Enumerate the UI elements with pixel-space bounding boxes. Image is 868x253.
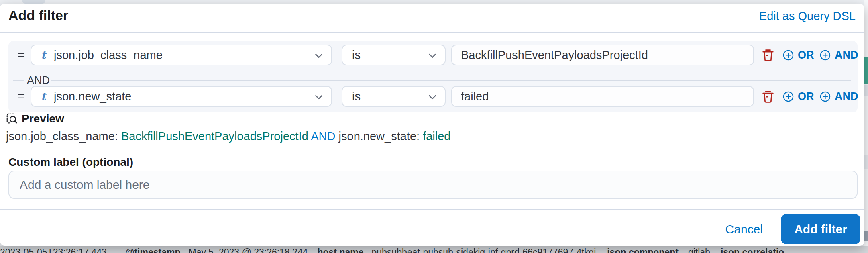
- add-filter-popover: Add filter Edit as Query DSL = t json.jo…: [0, 4, 864, 246]
- background-top-strip: [0, 0, 868, 4]
- field-select-row1[interactable]: t json.job_class_name: [31, 45, 332, 65]
- plus-circle-icon: [782, 49, 794, 61]
- add-or-condition-button[interactable]: OR: [782, 45, 814, 65]
- header-divider: [0, 32, 864, 33]
- popover-title: Add filter: [8, 7, 68, 24]
- add-or-condition-button[interactable]: OR: [782, 86, 814, 107]
- background-tab-fragment: [22, 0, 45, 4]
- edit-as-query-dsl-link[interactable]: Edit as Query DSL: [759, 9, 856, 23]
- field-select-value: json.job_class_name: [54, 49, 163, 62]
- equals-prefix: =: [14, 86, 28, 107]
- operator-select-value: is: [352, 49, 361, 62]
- operator-select-row1[interactable]: is: [342, 45, 446, 65]
- background-teal-fragment: [864, 57, 868, 84]
- plus-circle-icon: [782, 91, 794, 102]
- custom-label-heading: Custom label (optional): [8, 156, 133, 169]
- cancel-button[interactable]: Cancel: [725, 216, 763, 242]
- footer-divider: [0, 209, 864, 210]
- add-and-condition-button[interactable]: AND: [819, 86, 858, 107]
- equals-prefix: =: [14, 45, 28, 65]
- value-input-row2[interactable]: [451, 86, 754, 107]
- delete-filter-icon[interactable]: [761, 48, 775, 62]
- custom-label-input[interactable]: [8, 171, 858, 199]
- and-button-label: AND: [835, 49, 858, 61]
- preview-label: Preview: [22, 112, 64, 125]
- string-field-type-icon: t: [41, 90, 46, 102]
- background-table-row-text: 2023-05-05T23:26:17.443@timestampMay 5, …: [0, 246, 784, 253]
- field-select-value: json.new_state: [54, 90, 131, 103]
- field-select-row2[interactable]: t json.new_state: [31, 86, 332, 107]
- background-table-row: 2023-05-05T23:26:17.443@timestampMay 5, …: [0, 246, 868, 253]
- plus-circle-icon: [819, 91, 831, 102]
- delete-filter-icon[interactable]: [761, 89, 775, 104]
- plus-circle-icon: [819, 49, 831, 61]
- chevron-down-icon: [426, 50, 438, 62]
- filter-preview-text: json.job_class_name: BackfillPushEventPa…: [6, 129, 450, 144]
- chevron-down-icon: [313, 50, 325, 62]
- or-button-label: OR: [798, 49, 814, 61]
- value-input-row1[interactable]: [451, 45, 754, 65]
- filter-row-1: = t json.job_class_name is OR: [8, 45, 858, 65]
- add-filter-button[interactable]: Add filter: [781, 214, 860, 244]
- or-button-label: OR: [798, 90, 814, 103]
- chevron-down-icon: [426, 91, 438, 103]
- and-separator-label: AND: [27, 75, 50, 86]
- operator-select-row2[interactable]: is: [342, 86, 446, 107]
- inspect-icon: [6, 113, 18, 125]
- filter-row-2: = t json.new_state is OR: [8, 86, 858, 107]
- and-group-separator: AND: [8, 75, 858, 86]
- screen: 2023-05-05T23:26:17.443@timestampMay 5, …: [0, 0, 868, 253]
- background-right-strip: [864, 0, 868, 253]
- add-and-condition-button[interactable]: AND: [819, 45, 858, 65]
- preview-header: Preview: [6, 112, 64, 125]
- chevron-down-icon: [313, 91, 325, 103]
- and-button-label: AND: [835, 90, 858, 103]
- operator-select-value: is: [352, 90, 361, 103]
- string-field-type-icon: t: [41, 49, 46, 61]
- filter-group-panel: = t json.job_class_name is OR: [8, 41, 858, 112]
